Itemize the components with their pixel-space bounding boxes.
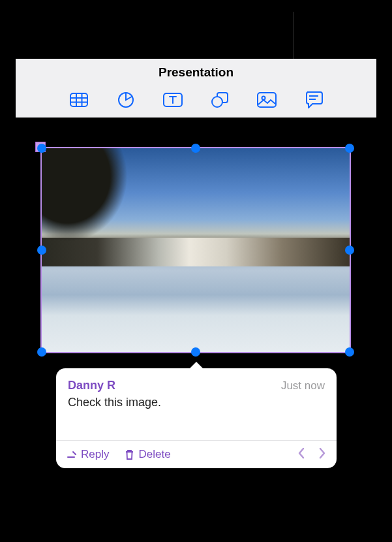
chevron-right-icon [318, 447, 326, 459]
comment-body[interactable]: Danny R Just now Check this image. [56, 368, 337, 440]
svg-point-8 [212, 97, 222, 107]
selected-image-object[interactable] [40, 147, 351, 353]
comment-header: Danny R Just now [68, 379, 325, 392]
slide-canvas[interactable]: Danny R Just now Check this image. Reply [16, 118, 376, 542]
svg-rect-0 [70, 93, 87, 106]
next-comment-button[interactable] [318, 447, 326, 462]
insert-text-button[interactable] [163, 90, 183, 110]
title-bar: Presentation [16, 59, 376, 82]
resize-handle-top-center[interactable] [191, 144, 200, 153]
document-title: Presentation [158, 65, 234, 80]
text-icon [163, 93, 183, 107]
comment-text: Check this image. [68, 395, 325, 410]
resize-handle-top-right[interactable] [345, 144, 354, 153]
resize-handle-bottom-center[interactable] [191, 347, 200, 357]
comment-footer: Reply Delete [56, 440, 337, 468]
insert-comment-button[interactable] [304, 90, 324, 110]
comment-author: Danny R [68, 379, 115, 392]
table-icon [70, 93, 88, 107]
shape-icon [211, 91, 229, 108]
comment-popover: Danny R Just now Check this image. Reply [56, 368, 337, 468]
chevron-left-icon [297, 447, 305, 459]
delete-label: Delete [138, 448, 170, 461]
resize-handle-bottom-right[interactable] [345, 347, 354, 357]
insert-shape-button[interactable] [210, 90, 230, 110]
resize-handle-middle-right[interactable] [345, 246, 354, 255]
app-window: Presentation [16, 59, 376, 542]
comment-nav [297, 447, 326, 462]
reply-icon [67, 449, 77, 460]
reply-button[interactable]: Reply [67, 448, 109, 461]
insert-table-button[interactable] [69, 90, 89, 110]
insert-image-button[interactable] [257, 90, 277, 110]
insert-toolbar [16, 82, 376, 118]
trash-icon [125, 449, 134, 460]
delete-button[interactable]: Delete [125, 448, 170, 461]
comment-timestamp: Just now [281, 379, 325, 392]
image-icon [257, 92, 277, 108]
resize-handle-top-left[interactable] [37, 144, 46, 153]
prev-comment-button[interactable] [297, 447, 305, 462]
reply-label: Reply [81, 448, 109, 461]
comment-icon [305, 91, 323, 108]
insert-chart-button[interactable] [116, 90, 136, 110]
svg-rect-9 [258, 93, 276, 107]
image-content [42, 148, 350, 352]
chart-icon [117, 91, 134, 108]
resize-handle-middle-left[interactable] [37, 246, 46, 255]
resize-handle-bottom-left[interactable] [37, 347, 46, 357]
